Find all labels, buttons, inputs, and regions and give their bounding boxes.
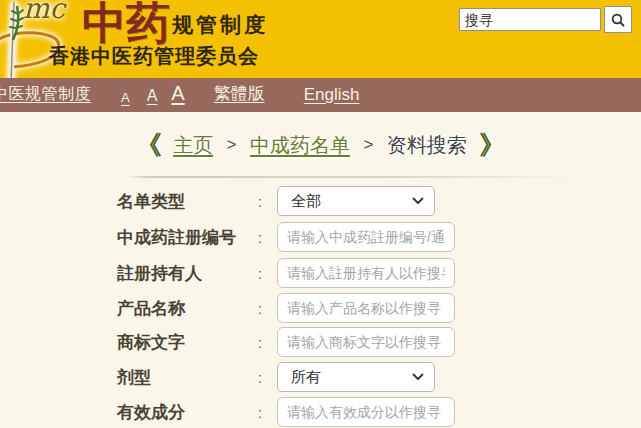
field-label: 有效成分 bbox=[117, 401, 258, 424]
top-nav: 中医规管制度 A A A 繁體版 English bbox=[0, 78, 641, 112]
field-label: 名单类型 bbox=[117, 190, 258, 213]
active-ingredient-input[interactable] bbox=[277, 397, 455, 427]
form-row-certificate-holder: 註册持有人 : bbox=[117, 258, 455, 288]
breadcrumb-close-mark: 》 bbox=[479, 130, 505, 160]
site-header: mc 中药 规管制度 香港中医药管理委员会 bbox=[0, 0, 641, 78]
nav-item-english[interactable]: English bbox=[304, 85, 360, 105]
field-colon: : bbox=[258, 369, 277, 386]
nav-font-size-large-button[interactable]: A bbox=[171, 82, 184, 105]
certificate-holder-input[interactable] bbox=[277, 258, 455, 288]
form-row-active-ingredient: 有效成分 : bbox=[117, 397, 455, 427]
breadcrumb-pcm-list-link[interactable]: 中成药名单 bbox=[250, 134, 350, 156]
field-label: 中成药註册编号 bbox=[117, 226, 258, 249]
dosage-form-selected-value: 所有 bbox=[291, 368, 321, 387]
list-type-selected-value: 全部 bbox=[291, 192, 321, 211]
nav-item-traditional-chinese[interactable]: 繁體版 bbox=[214, 82, 265, 105]
field-colon: : bbox=[258, 404, 277, 421]
breadcrumb: 《 主页 > 中成药名单 > 资料搜索 》 bbox=[0, 127, 641, 161]
field-label: 剂型 bbox=[117, 366, 258, 389]
form-row-dosage-form: 剂型 : 所有 bbox=[117, 362, 435, 392]
form-row-trademark-text: 商标文字 : bbox=[117, 327, 455, 357]
site-title-suffix: 规管制度 bbox=[172, 11, 268, 39]
field-colon: : bbox=[258, 193, 277, 210]
form-row-list-type: 名单类型 : 全部 bbox=[117, 186, 435, 216]
breadcrumb-current-page: 资料搜索 bbox=[387, 134, 467, 156]
dosage-form-select[interactable]: 所有 bbox=[277, 362, 435, 392]
search-icon bbox=[610, 12, 626, 28]
list-type-select[interactable]: 全部 bbox=[277, 186, 435, 216]
field-colon: : bbox=[258, 265, 277, 282]
chevron-down-icon bbox=[412, 373, 424, 381]
search-input[interactable] bbox=[459, 8, 601, 31]
svg-text:mc: mc bbox=[23, 0, 68, 25]
field-colon: : bbox=[258, 229, 277, 246]
form-top-divider bbox=[126, 176, 588, 178]
nav-item-cm-regulatory-system[interactable]: 中医规管制度 bbox=[0, 84, 91, 105]
nav-font-size-medium-button[interactable]: A bbox=[147, 87, 158, 105]
chevron-down-icon bbox=[412, 197, 424, 205]
breadcrumb-open-mark: 《 bbox=[136, 130, 162, 160]
page: mc 中药 规管制度 香港中医药管理委员会 中医规管制度 A A A 繁體版 bbox=[0, 0, 641, 428]
product-name-input[interactable] bbox=[277, 293, 455, 323]
nav-font-size-small-button[interactable]: A bbox=[121, 90, 130, 105]
breadcrumb-home-link[interactable]: 主页 bbox=[173, 134, 213, 156]
form-row-registration-number: 中成药註册编号 : bbox=[117, 222, 455, 252]
field-label: 产品名称 bbox=[117, 297, 258, 320]
field-colon: : bbox=[258, 300, 277, 317]
site-subtitle: 香港中医药管理委员会 bbox=[49, 43, 259, 70]
form-row-product-name: 产品名称 : bbox=[117, 293, 455, 323]
search-button[interactable] bbox=[604, 6, 632, 33]
field-label: 註册持有人 bbox=[117, 262, 258, 285]
field-colon: : bbox=[258, 334, 277, 351]
trademark-text-input[interactable] bbox=[277, 327, 455, 357]
field-label: 商标文字 bbox=[117, 331, 258, 354]
registration-number-input[interactable] bbox=[277, 222, 455, 252]
breadcrumb-separator: > bbox=[227, 135, 237, 154]
site-search bbox=[459, 6, 632, 33]
breadcrumb-separator: > bbox=[363, 135, 373, 154]
